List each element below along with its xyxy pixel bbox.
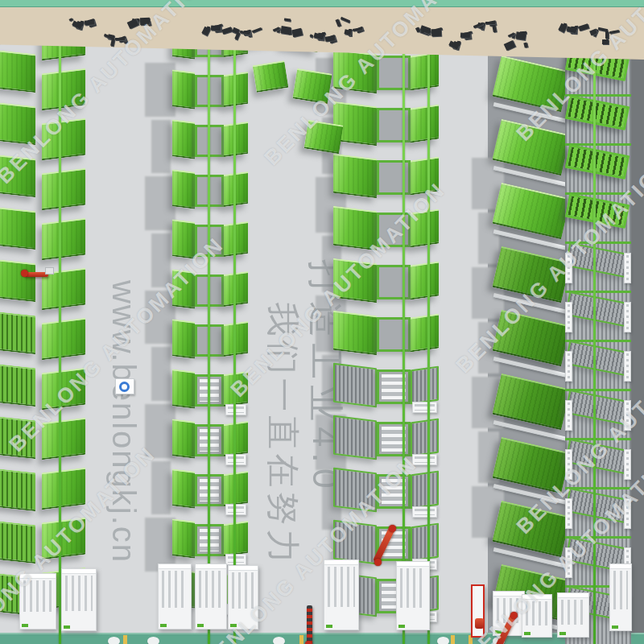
loading-station [19, 573, 56, 630]
robot-joint [389, 525, 396, 532]
red-frame-station [471, 584, 485, 638]
debris-glyph [344, 29, 351, 35]
robot-joint [21, 270, 28, 277]
logo-sign [115, 378, 134, 394]
robot-base [45, 267, 54, 275]
debris-glyph [143, 22, 150, 24]
loading-station [557, 592, 589, 638]
robot-joint [510, 612, 518, 619]
loading-station [396, 561, 430, 630]
robot-arm-bar [307, 605, 312, 644]
debris-glyph [523, 43, 527, 48]
debris-glyph [609, 30, 619, 34]
debris-glyph [492, 25, 497, 33]
loading-station [324, 559, 359, 630]
loading-station [609, 564, 632, 631]
loading-station [158, 564, 192, 630]
loading-station [195, 564, 227, 630]
debris-glyph [110, 39, 115, 47]
debris-glyph [504, 40, 516, 51]
debris-glyph [515, 31, 526, 40]
robot-joint [374, 559, 382, 566]
debris-glyph [284, 18, 291, 21]
debris-glyph [85, 19, 95, 25]
debris-glyph [288, 30, 291, 35]
debris-glyph [335, 19, 341, 27]
top-walkway-strip [0, 0, 644, 7]
robot-arm-bar [373, 527, 394, 564]
debris-glyph [460, 33, 470, 39]
loading-station [228, 565, 258, 630]
loading-station [522, 594, 552, 638]
debris-glyph [341, 17, 350, 23]
loading-station [61, 568, 97, 631]
debris-glyph [578, 23, 588, 31]
props-layer [0, 0, 644, 644]
debris-glyph [431, 29, 441, 37]
debris-glyph [291, 28, 303, 38]
factory-render: www.benlongkj.cn 打造工业4.0 我们一直在努力 BENLONG… [0, 0, 644, 644]
debris-glyph [211, 25, 221, 31]
robot-body [475, 618, 484, 629]
robot-joint [305, 641, 312, 644]
debris-glyph [69, 18, 73, 22]
debris-glyph [221, 27, 232, 34]
debris-glyph [602, 39, 609, 44]
debris-glyph [252, 27, 262, 33]
debris-glyph [485, 22, 495, 24]
debris-glyph [115, 38, 125, 40]
debris-glyph [605, 31, 609, 39]
